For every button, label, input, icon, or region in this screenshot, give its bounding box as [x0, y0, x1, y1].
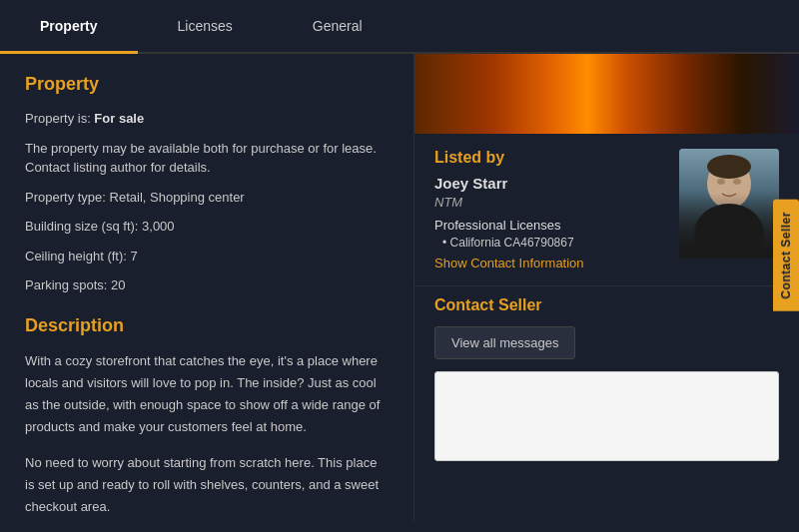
- svg-point-6: [733, 179, 741, 185]
- ceiling-height: Ceiling height (ft): 7: [25, 247, 389, 266]
- svg-point-4: [707, 155, 751, 179]
- tab-licenses[interactable]: Licenses: [138, 0, 273, 52]
- message-textarea[interactable]: [435, 372, 778, 460]
- property-type: Property type: Retail, Shopping center: [25, 188, 389, 208]
- property-section: Property Property is: For sale The prope…: [25, 74, 389, 295]
- listed-by-info: Listed by Joey Starr NTM Professional Li…: [434, 149, 664, 270]
- property-note: The property may be available both for p…: [25, 139, 389, 178]
- tab-property[interactable]: Property: [0, 0, 138, 52]
- contact-seller-side-tab[interactable]: Contact Seller: [773, 200, 799, 311]
- listed-by-section: Listed by Joey Starr NTM Professional Li…: [414, 134, 799, 285]
- license-item: California CA46790867: [442, 236, 664, 250]
- agent-photo: [679, 149, 779, 259]
- description-section: Description With a cozy storefront that …: [25, 315, 389, 519]
- contact-seller-section: Contact Seller View all messages: [414, 285, 799, 471]
- agent-company: NTM: [434, 195, 664, 210]
- contact-seller-title: Contact Seller: [434, 296, 779, 314]
- view-messages-button[interactable]: View all messages: [434, 326, 575, 359]
- svg-point-3: [694, 204, 764, 259]
- svg-point-5: [717, 179, 725, 185]
- description-para-2: No need to worry about starting from scr…: [25, 452, 389, 518]
- description-para-1: With a cozy storefront that catches the …: [25, 350, 389, 438]
- main-content: Property Property is: For sale The prope…: [0, 54, 799, 522]
- property-status: Property is: For sale: [25, 109, 389, 129]
- property-image: [414, 54, 799, 134]
- parking-spots: Parking spots: 20: [25, 275, 389, 295]
- svg-rect-2: [721, 204, 737, 219]
- show-contact-link[interactable]: Show Contact Information: [434, 256, 584, 270]
- agent-name: Joey Starr: [434, 175, 664, 192]
- licenses-title: Professional Licenses: [434, 218, 664, 233]
- tab-general[interactable]: General: [273, 0, 402, 52]
- right-panel: Listed by Joey Starr NTM Professional Li…: [414, 54, 799, 522]
- tab-bar: Property Licenses General: [0, 0, 799, 54]
- left-panel: Property Property is: For sale The prope…: [0, 54, 414, 522]
- building-size: Building size (sq ft): 3,000: [25, 217, 389, 237]
- listed-by-title: Listed by: [434, 149, 664, 167]
- property-title: Property: [25, 74, 389, 95]
- description-title: Description: [25, 315, 389, 336]
- message-textarea-container: [434, 371, 779, 461]
